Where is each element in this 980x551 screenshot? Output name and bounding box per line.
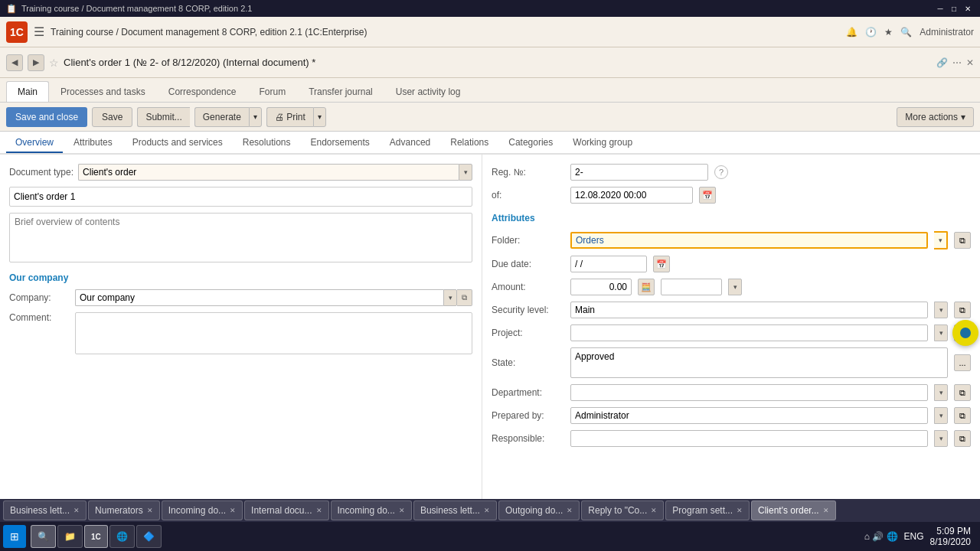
company-copy-button[interactable]: ⧉ (457, 289, 472, 306)
more-actions-button[interactable]: More actions ▾ (897, 107, 974, 127)
search-icon[interactable]: 🔍 (900, 27, 912, 37)
maximize-button[interactable]: □ (948, 2, 960, 15)
security-level-input[interactable] (570, 302, 928, 318)
tab-business-letter-2[interactable]: Business lett... ✕ (413, 500, 497, 520)
currency-input[interactable] (661, 279, 722, 295)
state-textarea[interactable]: Approved (570, 347, 948, 378)
tab-relations[interactable]: Relations (441, 133, 498, 153)
state-open[interactable]: ... (954, 354, 971, 371)
company-input[interactable] (75, 289, 443, 306)
tab-close-button[interactable]: ✕ (74, 507, 80, 514)
tab-products-services[interactable]: Products and services (123, 133, 232, 153)
amount-calc-button[interactable]: 🧮 (638, 279, 655, 295)
close-doc-icon[interactable]: ✕ (966, 57, 974, 68)
tab-overview[interactable]: Overview (6, 133, 63, 153)
document-type-dropdown[interactable]: ▾ (459, 164, 472, 181)
due-date-input[interactable] (570, 256, 647, 272)
security-level-open[interactable]: ⧉ (954, 302, 971, 318)
document-type-input[interactable] (78, 164, 459, 181)
taskbar-file-explorer[interactable]: 📁 (57, 525, 83, 548)
tab-categories[interactable]: Categories (499, 133, 562, 153)
tab-close-button[interactable]: ✕ (147, 507, 153, 514)
currency-dropdown[interactable]: ▾ (728, 279, 742, 295)
folder-open-button[interactable]: ⧉ (954, 232, 971, 249)
tab-resolutions[interactable]: Resolutions (234, 133, 300, 153)
taskbar-search-button[interactable]: 🔍 (31, 525, 56, 548)
responsible-open[interactable]: ⧉ (954, 430, 971, 447)
tab-advanced[interactable]: Advanced (381, 133, 439, 153)
taskbar-browser[interactable]: 🌐 (109, 525, 135, 548)
minimize-button[interactable]: ─ (934, 2, 946, 15)
prepared-by-dropdown[interactable]: ▾ (934, 407, 948, 424)
comment-textarea[interactable] (75, 312, 472, 354)
date-input[interactable] (570, 187, 693, 204)
save-close-button[interactable]: Save and close (6, 107, 87, 127)
tab-close-button[interactable]: ✕ (230, 507, 236, 514)
tab-attributes[interactable]: Attributes (64, 133, 122, 153)
options-icon[interactable]: ⋯ (952, 57, 962, 68)
tab-close-button[interactable]: ✕ (651, 507, 657, 514)
department-open[interactable]: ⧉ (954, 384, 971, 401)
print-button[interactable]: 🖨 Print (266, 107, 313, 127)
tab-outgoing-doc[interactable]: Outgoing do... ✕ (498, 500, 580, 520)
prepared-by-open[interactable]: ⧉ (954, 407, 971, 424)
project-dropdown[interactable]: ▾ (934, 324, 948, 341)
responsible-input[interactable] (570, 430, 928, 447)
taskbar-1c-app[interactable]: 1С (84, 525, 108, 548)
start-button[interactable]: ⊞ (3, 525, 26, 548)
due-date-picker[interactable]: 📅 (653, 256, 670, 272)
tab-internal-doc[interactable]: Internal docu... ✕ (244, 500, 328, 520)
department-input[interactable] (570, 384, 928, 401)
link-icon[interactable]: 🔗 (936, 57, 948, 68)
tab-transfer-journal[interactable]: Transfer journal (297, 81, 384, 102)
tab-close-button[interactable]: ✕ (823, 507, 829, 514)
submit-button[interactable]: Submit... (137, 107, 189, 127)
tab-correspondence[interactable]: Correspondence (157, 81, 248, 102)
tab-user-activity-log[interactable]: User activity log (384, 81, 472, 102)
tab-processes-tasks[interactable]: Processes and tasks (49, 81, 157, 102)
date-picker-button[interactable]: 📅 (699, 187, 716, 204)
tab-endorsements[interactable]: Endorsements (301, 133, 378, 153)
back-button[interactable]: ◀ (6, 54, 23, 71)
history-icon[interactable]: 🕐 (865, 27, 877, 37)
taskbar-extra-app[interactable]: 🔷 (136, 525, 162, 548)
tab-close-button[interactable]: ✕ (399, 507, 405, 514)
tab-close-button[interactable]: ✕ (567, 507, 573, 514)
tab-numerators[interactable]: Numerators ✕ (88, 500, 160, 520)
tab-incoming-1[interactable]: Incoming do... ✕ (162, 500, 243, 520)
prepared-by-input[interactable] (570, 407, 928, 424)
tab-main[interactable]: Main (6, 81, 49, 102)
amount-input[interactable] (570, 279, 632, 295)
department-dropdown[interactable]: ▾ (934, 384, 948, 401)
favorites-icon[interactable]: ★ (884, 27, 893, 37)
brief-overview-textarea[interactable] (9, 213, 472, 262)
generate-dropdown-arrow[interactable]: ▾ (249, 107, 262, 127)
print-dropdown-arrow[interactable]: ▾ (313, 107, 326, 127)
notifications-icon[interactable]: 🔔 (846, 27, 858, 37)
company-dropdown[interactable]: ▾ (443, 289, 457, 306)
tab-clients-order[interactable]: Client's order... ✕ (751, 500, 836, 520)
forward-button[interactable]: ▶ (28, 54, 44, 71)
security-level-dropdown[interactable]: ▾ (934, 302, 948, 318)
project-input[interactable] (570, 324, 928, 341)
tab-reply-co[interactable]: Reply to "Co... ✕ (581, 500, 664, 520)
tab-business-letter-1[interactable]: Business lett... ✕ (3, 500, 87, 520)
document-name-input[interactable] (9, 187, 472, 207)
favorite-star[interactable]: ☆ (49, 57, 59, 69)
tab-forum[interactable]: Forum (247, 81, 297, 102)
hamburger-menu[interactable]: ☰ (34, 24, 44, 39)
help-icon[interactable]: ? (714, 165, 728, 179)
tab-close-button[interactable]: ✕ (316, 507, 322, 514)
tab-working-group[interactable]: Working group (564, 133, 642, 153)
responsible-dropdown[interactable]: ▾ (934, 430, 948, 447)
generate-button[interactable]: Generate (194, 107, 249, 127)
tab-close-button[interactable]: ✕ (737, 507, 743, 514)
folder-dropdown[interactable]: ▾ (934, 231, 948, 249)
save-button[interactable]: Save (92, 107, 132, 127)
tab-program-settings[interactable]: Program sett... ✕ (665, 500, 750, 520)
folder-input[interactable] (570, 232, 928, 249)
reg-no-input[interactable] (570, 164, 708, 181)
tab-incoming-2[interactable]: Incoming do... ✕ (331, 500, 412, 520)
close-window-button[interactable]: ✕ (962, 2, 974, 15)
tab-close-button[interactable]: ✕ (484, 507, 490, 514)
